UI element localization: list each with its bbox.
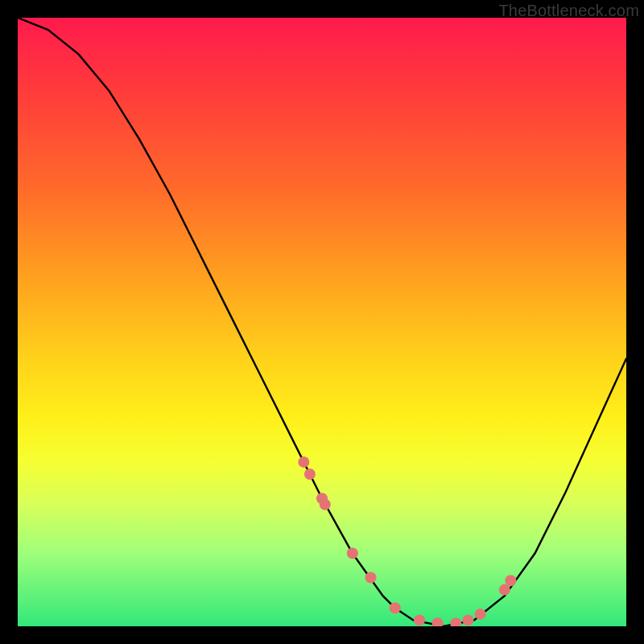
marker-dot [320,499,331,510]
marker-dot [505,575,516,586]
marker-dot [475,609,486,620]
marker-dot [390,602,401,613]
chart-frame: TheBottleneck.com [0,0,644,644]
marker-dot [347,547,358,559]
bottleneck-curve [18,18,626,626]
marker-dot [298,456,309,468]
marker-dot [414,614,425,625]
marker-dot [304,469,316,480]
marker-dot [365,572,377,584]
marker-dots [298,456,516,626]
chart-svg [18,18,626,626]
marker-dot [450,617,461,626]
marker-dot [432,617,444,626]
marker-dot [462,614,473,625]
plot-area [18,18,626,626]
